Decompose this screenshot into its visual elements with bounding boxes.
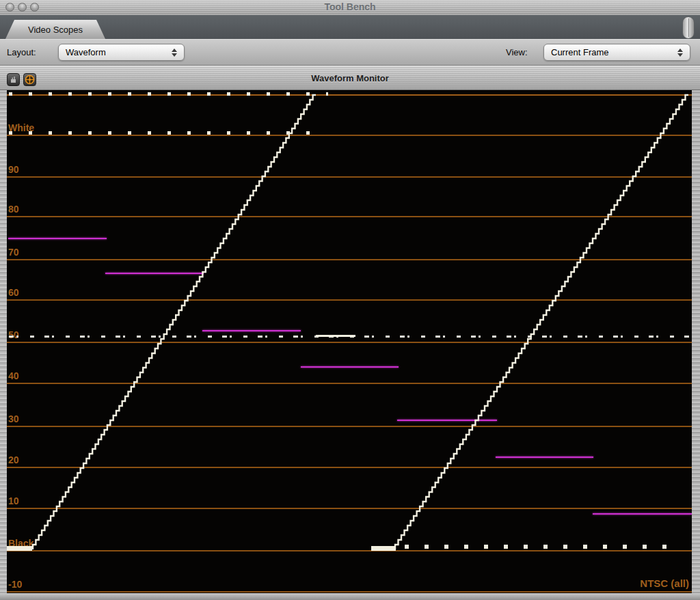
- popup-stepper-icon: [673, 49, 690, 57]
- scope-left-border: [0, 90, 7, 600]
- tab-video-scopes[interactable]: Video Scopes: [5, 20, 105, 39]
- window-title: Tool Bench: [0, 1, 700, 12]
- view-popup-value: Current Frame: [544, 47, 673, 57]
- tab-label: Video Scopes: [28, 25, 83, 35]
- panel-title: Waveform Monitor: [0, 73, 700, 83]
- layout-label: Layout:: [7, 47, 36, 57]
- waveform-scope: NTSC (all) White908070605040302010Black-…: [7, 90, 692, 593]
- tab-strip-handle[interactable]: [682, 16, 695, 39]
- layout-popup-value: Waveform: [59, 47, 167, 57]
- scope-bottom-border: [0, 593, 700, 600]
- luma-ramp-trace: [395, 95, 688, 549]
- layout-popup[interactable]: Waveform: [58, 44, 185, 61]
- waveform-panel-header: Waveform Monitor: [0, 66, 700, 90]
- scope-toolbar: Layout: Waveform View: Current Frame: [0, 39, 700, 66]
- window-titlebar: Tool Bench: [0, 0, 700, 16]
- luma-ramp-trace: [33, 95, 316, 549]
- popup-stepper-icon: [167, 49, 184, 57]
- view-label: View:: [506, 47, 528, 57]
- view-popup[interactable]: Current Frame: [543, 44, 690, 61]
- tab-bar: Video Scopes: [0, 15, 700, 40]
- luma-ramp-traces: [7, 90, 692, 593]
- scope-right-border: [692, 90, 700, 600]
